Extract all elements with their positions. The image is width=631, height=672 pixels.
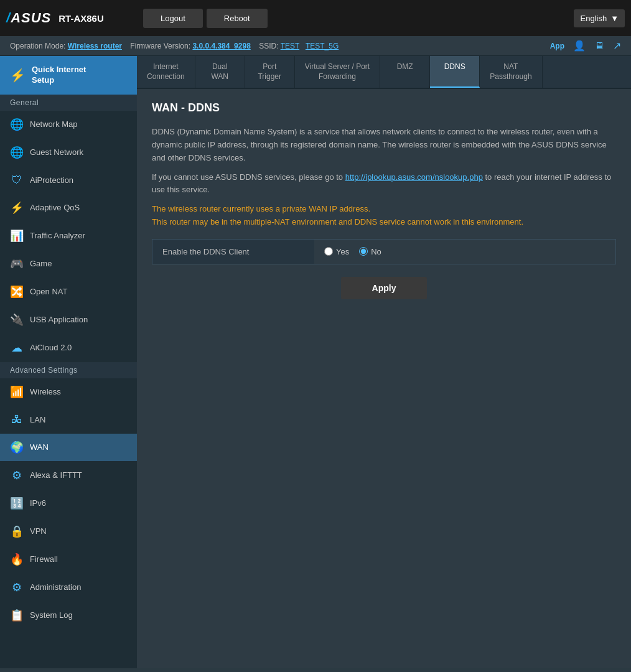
wan-icon <box>10 441 24 454</box>
sidebar-item-usb-application[interactable]: USB Application <box>0 306 137 334</box>
ssid-2g[interactable]: TEST <box>281 42 299 50</box>
ddns-form: Enable the DDNS Client Yes No <box>152 239 616 264</box>
sidebar-item-vpn[interactable]: VPN <box>0 518 137 546</box>
network-map-icon <box>10 118 24 131</box>
yes-radio[interactable] <box>324 247 333 256</box>
page-content: WAN - DDNS DDNS (Dynamic Domain Name Sys… <box>137 89 631 668</box>
lan-label: LAN <box>30 415 45 424</box>
content-area: InternetConnection DualWAN PortTrigger V… <box>137 56 631 668</box>
alexa-label: Alexa & IFTTT <box>30 470 82 480</box>
system-log-label: System Log <box>30 610 73 620</box>
sidebar-item-aicloud[interactable]: AiCloud 2.0 <box>0 334 137 362</box>
logout-button[interactable]: Logout <box>143 9 203 28</box>
administration-label: Administration <box>30 582 81 592</box>
firewall-label: Firewall <box>30 554 58 564</box>
apply-btn-row: Apply <box>152 277 616 299</box>
alexa-icon <box>10 469 24 482</box>
sidebar-item-aiprotection[interactable]: AiProtection <box>0 167 137 194</box>
tab-port-trigger[interactable]: PortTrigger <box>245 56 295 88</box>
warning-1: The wireless router currently uses a pri… <box>152 203 616 216</box>
sidebar-item-adaptive-qos[interactable]: Adaptive QoS <box>0 194 137 222</box>
guest-network-label: Guest Network <box>30 147 83 157</box>
sidebar-item-lan[interactable]: LAN <box>0 406 137 434</box>
tab-dual-wan[interactable]: DualWAN <box>195 56 245 88</box>
info-bar: Operation Mode: Wireless router Firmware… <box>0 36 631 56</box>
enable-ddns-field: Yes No <box>314 241 391 263</box>
game-label: Game <box>30 259 52 268</box>
header-buttons: Logout Reboot <box>143 9 574 28</box>
reboot-button[interactable]: Reboot <box>207 9 268 28</box>
tab-virtual-server[interactable]: Virtual Server / PortForwarding <box>295 56 380 88</box>
wireless-icon <box>10 385 24 399</box>
sidebar-item-alexa[interactable]: Alexa & IFTTT <box>0 462 137 490</box>
no-radio[interactable] <box>359 247 368 256</box>
wan-label: WAN <box>30 442 49 452</box>
description-2-text: If you cannot use ASUS DDNS services, pl… <box>152 172 345 182</box>
open-nat-icon <box>10 285 24 299</box>
sidebar-item-network-map[interactable]: Network Map <box>0 111 137 139</box>
game-icon <box>10 257 24 271</box>
advanced-section-title: Advanced Settings <box>0 362 137 378</box>
enable-ddns-label: Enable the DDNS Client <box>152 240 314 264</box>
firmware-label: Firmware Version: <box>130 42 190 50</box>
quick-setup-icon: ⚡ <box>10 68 26 83</box>
app-label[interactable]: App <box>550 42 564 50</box>
sidebar-item-ipv6[interactable]: IPv6 <box>0 490 137 518</box>
firewall-icon <box>10 553 24 566</box>
adaptive-qos-icon <box>10 201 24 215</box>
ssid-5g[interactable]: TEST_5G <box>306 42 339 50</box>
logo-area: /ASUS RT-AX86U <box>6 10 143 26</box>
tab-ddns[interactable]: DDNS <box>430 56 480 88</box>
header: /ASUS RT-AX86U Logout Reboot English ▼ <box>0 0 631 36</box>
warning-2: This router may be in the multiple-NAT e… <box>152 216 616 229</box>
ssid-label: SSID: <box>259 42 278 50</box>
chevron-down-icon: ▼ <box>610 14 619 23</box>
usb-application-label: USB Application <box>30 315 88 324</box>
share-icon[interactable]: ↗ <box>613 40 621 52</box>
wireless-label: Wireless <box>30 387 61 396</box>
quick-setup-label: Quick InternetSetup <box>32 65 86 86</box>
quick-internet-setup[interactable]: ⚡ Quick InternetSetup <box>0 56 137 95</box>
info-bar-right: App 👤 🖥 ↗ <box>550 40 621 52</box>
sidebar-item-traffic-analyzer[interactable]: Traffic Analyzer <box>0 222 137 250</box>
adaptive-qos-label: Adaptive QoS <box>30 203 80 212</box>
administration-icon <box>10 581 24 594</box>
network-map-label: Network Map <box>30 119 78 129</box>
tab-nat-passthrough[interactable]: NATPassthrough <box>480 56 542 88</box>
ddns-link[interactable]: http://iplookup.asus.com/nslookup.php <box>345 172 483 182</box>
sidebar-item-wireless[interactable]: Wireless <box>0 378 137 406</box>
sidebar: ⚡ Quick InternetSetup General Network Ma… <box>0 56 137 668</box>
sidebar-item-administration[interactable]: Administration <box>0 574 137 602</box>
tab-internet-connection[interactable]: InternetConnection <box>137 56 195 88</box>
wan-tabs: InternetConnection DualWAN PortTrigger V… <box>137 56 631 89</box>
sidebar-item-open-nat[interactable]: Open NAT <box>0 278 137 306</box>
main-layout: ⚡ Quick InternetSetup General Network Ma… <box>0 56 631 668</box>
vpn-label: VPN <box>30 526 47 536</box>
open-nat-label: Open NAT <box>30 287 67 296</box>
sidebar-item-firewall[interactable]: Firewall <box>0 546 137 574</box>
yes-radio-label[interactable]: Yes <box>324 247 349 256</box>
operation-mode-value[interactable]: Wireless router <box>68 42 122 50</box>
sidebar-item-guest-network[interactable]: Guest Network <box>0 139 137 167</box>
operation-mode-label: Operation Mode: <box>10 42 65 50</box>
ipv6-label: IPv6 <box>30 498 46 508</box>
model-name: RT-AX86U <box>58 13 104 24</box>
tab-dmz[interactable]: DMZ <box>380 56 430 88</box>
screen-icon[interactable]: 🖥 <box>594 40 604 52</box>
traffic-analyzer-label: Traffic Analyzer <box>30 231 85 240</box>
sidebar-item-game[interactable]: Game <box>0 250 137 278</box>
page-title: WAN - DDNS <box>152 101 616 114</box>
info-bar-left: Operation Mode: Wireless router Firmware… <box>10 42 339 50</box>
aiprotection-icon <box>10 174 24 187</box>
traffic-analyzer-icon <box>10 229 24 243</box>
firmware-value[interactable]: 3.0.0.4.384_9298 <box>192 42 250 50</box>
usb-application-icon <box>10 313 24 327</box>
sidebar-item-system-log[interactable]: System Log <box>0 602 137 630</box>
apply-button[interactable]: Apply <box>341 277 428 299</box>
guest-network-icon <box>10 146 24 159</box>
user-icon[interactable]: 👤 <box>573 40 586 52</box>
no-radio-label[interactable]: No <box>359 247 381 256</box>
language-selector[interactable]: English ▼ <box>574 9 625 27</box>
sidebar-item-wan[interactable]: WAN <box>0 434 137 462</box>
system-log-icon <box>10 609 24 622</box>
